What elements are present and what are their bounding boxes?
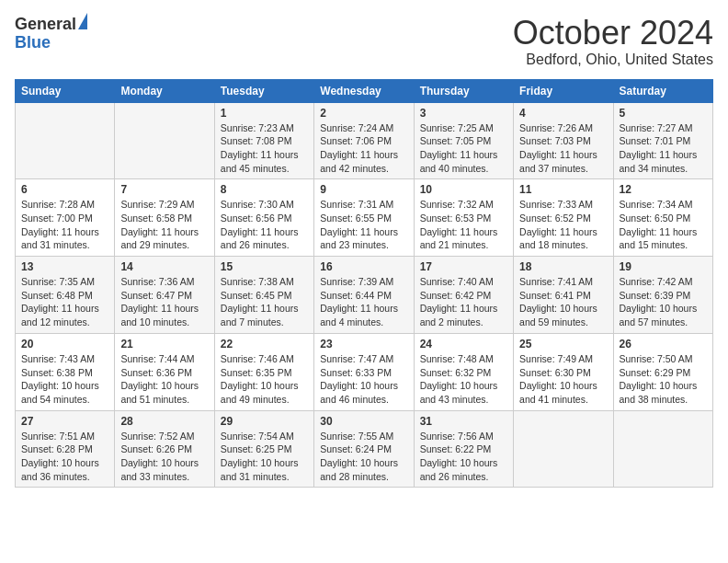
header-day-sunday: Sunday: [16, 79, 115, 102]
day-number: 24: [420, 338, 507, 350]
header-day-tuesday: Tuesday: [214, 79, 313, 102]
calendar-cell: 9Sunrise: 7:31 AMSunset: 6:55 PMDaylight…: [314, 179, 414, 257]
day-info: Sunrise: 7:27 AMSunset: 7:01 PMDaylight:…: [620, 121, 707, 176]
day-info: Sunrise: 7:34 AMSunset: 6:50 PMDaylight:…: [620, 198, 707, 252]
week-row-3: 13Sunrise: 7:35 AMSunset: 6:48 PMDayligh…: [16, 257, 713, 334]
day-number: 18: [519, 260, 607, 273]
calendar-cell: 6Sunrise: 7:28 AMSunset: 7:00 PMDaylight…: [16, 179, 115, 257]
calendar-cell: 26Sunrise: 7:50 AMSunset: 6:29 PMDayligh…: [613, 333, 712, 410]
day-info: Sunrise: 7:23 AMSunset: 7:08 PMDaylight:…: [221, 121, 308, 176]
day-number: 19: [620, 260, 707, 273]
calendar-cell: [613, 410, 712, 488]
calendar-cell: 27Sunrise: 7:51 AMSunset: 6:28 PMDayligh…: [16, 410, 115, 488]
day-number: 3: [420, 107, 507, 120]
calendar-cell: 2Sunrise: 7:24 AMSunset: 7:06 PMDaylight…: [314, 102, 414, 179]
week-row-1: 1Sunrise: 7:23 AMSunset: 7:08 PMDaylight…: [16, 102, 713, 179]
day-info: Sunrise: 7:54 AMSunset: 6:25 PMDaylight:…: [221, 430, 308, 484]
calendar-cell: 25Sunrise: 7:49 AMSunset: 6:30 PMDayligh…: [514, 333, 613, 410]
day-number: 23: [320, 338, 407, 350]
calendar-cell: 21Sunrise: 7:44 AMSunset: 6:36 PMDayligh…: [115, 333, 214, 410]
day-info: Sunrise: 7:52 AMSunset: 6:26 PMDaylight:…: [120, 430, 208, 484]
calendar-cell: 23Sunrise: 7:47 AMSunset: 6:33 PMDayligh…: [314, 333, 414, 410]
logo-triangle-icon: [78, 13, 87, 29]
week-row-2: 6Sunrise: 7:28 AMSunset: 7:00 PMDaylight…: [16, 179, 713, 257]
day-info: Sunrise: 7:28 AMSunset: 7:00 PMDaylight:…: [21, 198, 108, 252]
header-day-saturday: Saturday: [613, 79, 712, 102]
day-number: 31: [420, 415, 507, 428]
page-header: General Blue October 2024 Bedford, Ohio,…: [15, 15, 713, 68]
calendar-cell: 16Sunrise: 7:39 AMSunset: 6:44 PMDayligh…: [314, 257, 414, 334]
calendar-cell: 31Sunrise: 7:56 AMSunset: 6:22 PMDayligh…: [414, 410, 513, 488]
day-info: Sunrise: 7:35 AMSunset: 6:48 PMDaylight:…: [21, 275, 108, 329]
calendar-cell: 29Sunrise: 7:54 AMSunset: 6:25 PMDayligh…: [214, 410, 313, 488]
calendar-cell: 19Sunrise: 7:42 AMSunset: 6:39 PMDayligh…: [613, 257, 712, 334]
calendar-cell: 28Sunrise: 7:52 AMSunset: 6:26 PMDayligh…: [115, 410, 214, 488]
day-number: 16: [320, 260, 407, 273]
day-number: 29: [221, 415, 308, 428]
day-info: Sunrise: 7:51 AMSunset: 6:28 PMDaylight:…: [21, 430, 108, 484]
logo-general: General: [15, 15, 87, 34]
calendar-cell: 18Sunrise: 7:41 AMSunset: 6:41 PMDayligh…: [514, 257, 613, 334]
calendar-cell: 17Sunrise: 7:40 AMSunset: 6:42 PMDayligh…: [414, 257, 513, 334]
calendar-body: 1Sunrise: 7:23 AMSunset: 7:08 PMDaylight…: [16, 102, 713, 488]
day-info: Sunrise: 7:26 AMSunset: 7:03 PMDaylight:…: [519, 121, 607, 176]
day-number: 15: [221, 260, 308, 273]
calendar-cell: 20Sunrise: 7:43 AMSunset: 6:38 PMDayligh…: [16, 333, 115, 410]
calendar-cell: 7Sunrise: 7:29 AMSunset: 6:58 PMDaylight…: [115, 179, 214, 257]
day-number: 5: [620, 107, 707, 120]
calendar-cell: 8Sunrise: 7:30 AMSunset: 6:56 PMDaylight…: [214, 179, 313, 257]
day-number: 26: [620, 338, 707, 350]
calendar-cell: [514, 410, 613, 488]
month-title: October 2024: [513, 15, 713, 52]
day-info: Sunrise: 7:29 AMSunset: 6:58 PMDaylight:…: [120, 198, 208, 252]
header-row: SundayMondayTuesdayWednesdayThursdayFrid…: [16, 79, 713, 102]
day-number: 12: [620, 183, 707, 196]
day-number: 7: [120, 183, 208, 196]
calendar-cell: 13Sunrise: 7:35 AMSunset: 6:48 PMDayligh…: [16, 257, 115, 334]
day-number: 27: [21, 415, 108, 428]
day-info: Sunrise: 7:32 AMSunset: 6:53 PMDaylight:…: [420, 198, 507, 252]
calendar-cell: 5Sunrise: 7:27 AMSunset: 7:01 PMDaylight…: [613, 102, 712, 179]
day-info: Sunrise: 7:43 AMSunset: 6:38 PMDaylight:…: [21, 352, 108, 407]
day-number: 30: [320, 415, 407, 428]
calendar-cell: 24Sunrise: 7:48 AMSunset: 6:32 PMDayligh…: [414, 333, 513, 410]
day-number: 28: [120, 415, 208, 428]
day-info: Sunrise: 7:41 AMSunset: 6:41 PMDaylight:…: [519, 275, 607, 329]
day-info: Sunrise: 7:25 AMSunset: 7:05 PMDaylight:…: [420, 121, 507, 176]
calendar-header: SundayMondayTuesdayWednesdayThursdayFrid…: [16, 79, 713, 102]
week-row-5: 27Sunrise: 7:51 AMSunset: 6:28 PMDayligh…: [16, 410, 713, 488]
day-number: 25: [519, 338, 607, 350]
day-number: 8: [221, 183, 308, 196]
day-number: 1: [221, 107, 308, 120]
day-info: Sunrise: 7:39 AMSunset: 6:44 PMDaylight:…: [320, 275, 407, 329]
day-number: 20: [21, 338, 108, 350]
calendar-cell: 30Sunrise: 7:55 AMSunset: 6:24 PMDayligh…: [314, 410, 414, 488]
day-info: Sunrise: 7:48 AMSunset: 6:32 PMDaylight:…: [420, 352, 507, 407]
day-info: Sunrise: 7:49 AMSunset: 6:30 PMDaylight:…: [519, 352, 607, 407]
day-number: 14: [120, 260, 208, 273]
calendar-cell: [16, 102, 115, 179]
location: Bedford, Ohio, United States: [513, 52, 713, 68]
day-number: 10: [420, 183, 507, 196]
day-info: Sunrise: 7:47 AMSunset: 6:33 PMDaylight:…: [320, 352, 407, 407]
calendar-cell: 15Sunrise: 7:38 AMSunset: 6:45 PMDayligh…: [214, 257, 313, 334]
day-number: 11: [519, 183, 607, 196]
day-info: Sunrise: 7:44 AMSunset: 6:36 PMDaylight:…: [120, 352, 208, 407]
day-number: 22: [221, 338, 308, 350]
day-number: 2: [320, 107, 407, 120]
calendar-cell: 4Sunrise: 7:26 AMSunset: 7:03 PMDaylight…: [514, 102, 613, 179]
calendar-cell: 11Sunrise: 7:33 AMSunset: 6:52 PMDayligh…: [514, 179, 613, 257]
calendar-cell: [115, 102, 214, 179]
calendar-cell: 10Sunrise: 7:32 AMSunset: 6:53 PMDayligh…: [414, 179, 513, 257]
day-info: Sunrise: 7:38 AMSunset: 6:45 PMDaylight:…: [221, 275, 308, 329]
header-day-friday: Friday: [514, 79, 613, 102]
calendar-cell: 3Sunrise: 7:25 AMSunset: 7:05 PMDaylight…: [414, 102, 513, 179]
day-info: Sunrise: 7:40 AMSunset: 6:42 PMDaylight:…: [420, 275, 507, 329]
week-row-4: 20Sunrise: 7:43 AMSunset: 6:38 PMDayligh…: [16, 333, 713, 410]
day-info: Sunrise: 7:36 AMSunset: 6:47 PMDaylight:…: [120, 275, 208, 329]
day-info: Sunrise: 7:55 AMSunset: 6:24 PMDaylight:…: [320, 430, 407, 484]
header-day-monday: Monday: [115, 79, 214, 102]
calendar-cell: 1Sunrise: 7:23 AMSunset: 7:08 PMDaylight…: [214, 102, 313, 179]
day-number: 13: [21, 260, 108, 273]
day-number: 21: [120, 338, 208, 350]
